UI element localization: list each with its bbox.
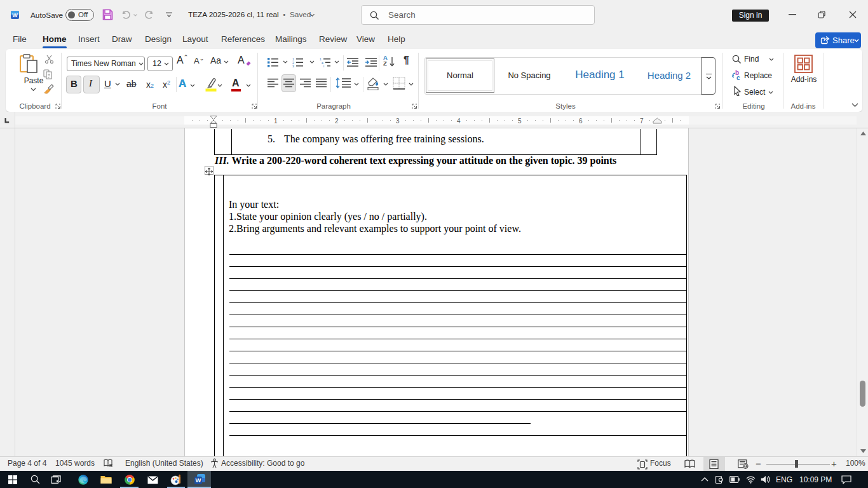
svg-text:W: W [12,12,18,18]
svg-text:c: c [736,74,740,81]
svg-text:i: i [323,64,324,67]
svg-text:3: 3 [292,64,294,67]
svg-text:W: W [196,477,201,484]
